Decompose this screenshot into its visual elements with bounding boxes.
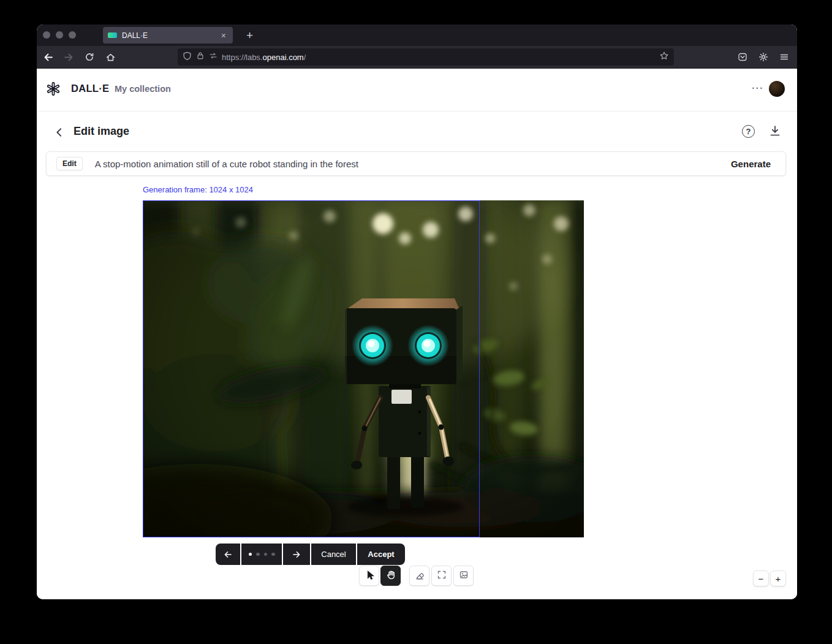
back-chevron-icon[interactable]: [53, 126, 66, 139]
brand-title: DALL·E: [71, 83, 109, 94]
tab-title: DALL·E: [122, 31, 219, 40]
pocket-icon[interactable]: [734, 48, 751, 66]
desktop-background: DALL·E × +: [0, 0, 832, 644]
eraser-tool-button[interactable]: [409, 566, 429, 586]
new-tab-button[interactable]: +: [241, 27, 258, 44]
dalle-favicon-icon: [108, 32, 117, 38]
eraser-icon: [414, 570, 425, 582]
close-tab-icon[interactable]: ×: [219, 31, 228, 40]
url-prefix: https://labs.: [222, 53, 262, 62]
settings-gear-icon[interactable]: [755, 48, 772, 66]
generation-frame-label: Generation frame: 1024 x 1024: [143, 185, 253, 194]
pager-dot: [271, 553, 275, 556]
pager-dot: [249, 553, 252, 556]
pager-dot: [264, 553, 268, 556]
reload-icon[interactable]: [81, 48, 98, 66]
generate-button[interactable]: Generate: [727, 158, 774, 170]
pointer-tool-group: [359, 566, 401, 586]
variation-dots: [241, 544, 282, 565]
pan-tool-button[interactable]: [380, 566, 401, 586]
avatar[interactable]: [769, 81, 785, 97]
zoom-in-button[interactable]: +: [770, 570, 786, 586]
zoom-controls: − +: [753, 570, 786, 586]
minimize-window-button[interactable]: [56, 31, 63, 39]
edit-tool-group: [409, 566, 474, 586]
site-permissions-icon[interactable]: [209, 51, 217, 63]
browser-tab[interactable]: DALL·E ×: [103, 27, 233, 44]
browser-tab-bar: DALL·E × +: [37, 25, 797, 46]
maximize-window-button[interactable]: [69, 31, 76, 39]
select-tool-button[interactable]: [359, 566, 379, 586]
window-controls: [43, 31, 76, 39]
previous-variation-icon[interactable]: [216, 544, 240, 565]
url-suffix: /: [304, 53, 306, 62]
help-button[interactable]: ?: [742, 125, 755, 138]
download-icon[interactable]: [768, 124, 782, 138]
cancel-button[interactable]: Cancel: [311, 544, 356, 565]
tracking-shield-icon[interactable]: [183, 51, 192, 63]
my-collection-link[interactable]: My collection: [115, 84, 171, 94]
hand-icon: [385, 569, 396, 582]
zoom-out-button[interactable]: −: [753, 570, 769, 586]
overflow-menu-icon[interactable]: ···: [747, 82, 768, 94]
home-icon[interactable]: [102, 48, 119, 66]
forward-icon[interactable]: [60, 48, 77, 66]
upload-image-tool-button[interactable]: [453, 566, 474, 586]
back-icon[interactable]: [39, 48, 56, 66]
openai-logo-icon: [46, 81, 61, 96]
crop-frame-icon: [437, 570, 447, 581]
help-icon: ?: [746, 127, 751, 136]
prompt-input[interactable]: A stop-motion animation still of a cute …: [95, 159, 727, 169]
cursor-icon: [364, 569, 375, 582]
bookmark-star-icon[interactable]: [659, 51, 669, 63]
lock-icon[interactable]: [196, 51, 205, 63]
page-content: DALL·E My collection ··· Edit image ? Ed…: [37, 69, 797, 599]
header-divider: [37, 111, 797, 112]
edit-mode-badge: Edit: [56, 157, 83, 170]
url-text: https://labs.openai.com/: [222, 53, 306, 62]
accept-button[interactable]: Accept: [357, 544, 405, 565]
hamburger-menu-icon[interactable]: [776, 48, 793, 66]
generated-image[interactable]: [143, 200, 584, 537]
variation-pager-toolbar: Cancel Accept: [216, 544, 405, 565]
url-domain: openai.com: [262, 53, 303, 62]
prompt-bar[interactable]: Edit A stop-motion animation still of a …: [46, 151, 786, 176]
image-icon: [459, 570, 469, 581]
browser-window: DALL·E × +: [37, 25, 797, 599]
browser-toolbar: https://labs.openai.com/: [37, 46, 797, 69]
pager-dot: [256, 553, 260, 556]
close-window-button[interactable]: [43, 31, 50, 39]
frame-tool-button[interactable]: [431, 566, 452, 586]
next-variation-icon[interactable]: [283, 544, 310, 565]
page-title: Edit image: [74, 125, 129, 138]
url-bar[interactable]: https://labs.openai.com/: [178, 48, 674, 66]
